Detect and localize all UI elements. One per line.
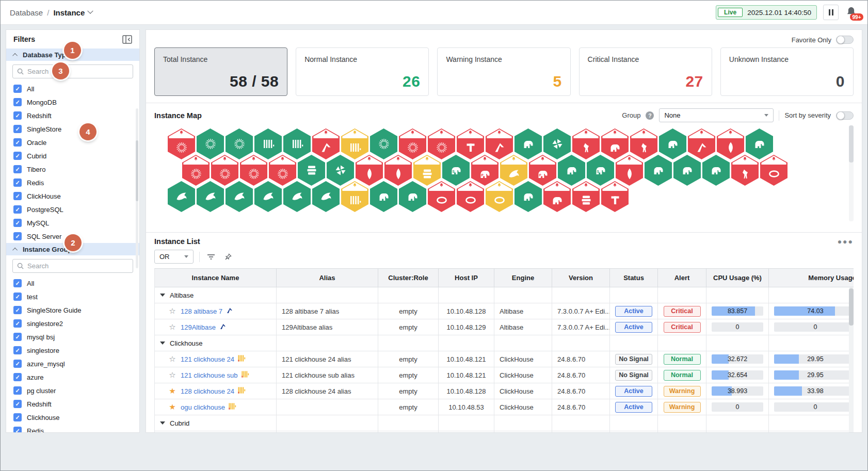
filter-item-postgresql[interactable]: ✓PostgreSQL bbox=[6, 203, 139, 216]
instance-hex-green[interactable] bbox=[370, 128, 397, 159]
checkbox-checked-icon[interactable]: ✓ bbox=[13, 232, 22, 240]
column-header-cluster-role[interactable]: Cluster:Role bbox=[378, 269, 439, 287]
instance-hex-green[interactable] bbox=[399, 181, 426, 212]
checkbox-checked-icon[interactable]: ✓ bbox=[13, 333, 22, 341]
instance-hex-green[interactable]: S bbox=[587, 155, 614, 186]
filter-item-mongodb[interactable]: ✓MongoDB bbox=[6, 95, 139, 109]
checkbox-checked-icon[interactable]: ✓ bbox=[13, 152, 22, 160]
instance-hex-green[interactable] bbox=[558, 155, 585, 186]
star-outline-icon[interactable]: ☆ bbox=[168, 322, 176, 332]
checkbox-checked-icon[interactable]: ✓ bbox=[13, 138, 22, 147]
instance-hex-red[interactable] bbox=[717, 128, 744, 159]
group-row-header[interactable]: Cubrid bbox=[155, 415, 277, 431]
table-row[interactable]: Cubrid bbox=[155, 415, 854, 431]
instance-hex-red[interactable] bbox=[428, 128, 455, 159]
checkbox-checked-icon[interactable]: ✓ bbox=[13, 205, 22, 214]
column-header-version[interactable]: Version bbox=[552, 269, 610, 287]
instance-hex-green[interactable] bbox=[197, 181, 224, 212]
breadcrumb-database[interactable]: Database bbox=[10, 8, 43, 17]
filter-item-redshift[interactable]: ✓Redshift bbox=[6, 109, 139, 122]
instance-hex-red[interactable] bbox=[572, 181, 600, 212]
checkbox-checked-icon[interactable]: ✓ bbox=[13, 111, 22, 120]
pin-icon[interactable] bbox=[222, 251, 234, 263]
filter-item-azure-mysql[interactable]: ✓azure_mysql bbox=[6, 357, 139, 370]
instance-hex-green[interactable]: S bbox=[442, 155, 470, 186]
stat-card-total-instance[interactable]: Total Instance58 / 58 bbox=[154, 47, 287, 96]
instance-hex-red[interactable] bbox=[601, 128, 629, 159]
instance-hex-red[interactable] bbox=[572, 128, 600, 159]
instance-hex-yellow[interactable] bbox=[341, 181, 368, 212]
instance-hex-red[interactable] bbox=[688, 128, 715, 159]
star-outline-icon[interactable]: ☆ bbox=[168, 354, 176, 364]
instance-hex-yellow[interactable] bbox=[500, 155, 527, 186]
instance-hex-red[interactable] bbox=[269, 155, 296, 186]
instance-hex-green[interactable] bbox=[673, 155, 701, 186]
filter-item-mysql[interactable]: ✓MySQL bbox=[6, 216, 139, 230]
instance-name-link[interactable]: ogu clickhouse bbox=[181, 403, 225, 411]
filter-item-clickhouse[interactable]: ✓ClickHouse bbox=[6, 189, 139, 203]
instance-name-link[interactable]: 128 clickhouse 24 bbox=[181, 387, 234, 395]
checkbox-checked-icon[interactable]: ✓ bbox=[13, 279, 22, 287]
checkbox-checked-icon[interactable]: ✓ bbox=[13, 373, 22, 381]
instance-hex-red[interactable] bbox=[731, 155, 759, 186]
filter-item-clickhouse[interactable]: ✓Clickhouse bbox=[6, 411, 139, 424]
instance-hex-green[interactable] bbox=[746, 128, 773, 159]
more-menu-icon[interactable]: ●●● bbox=[838, 237, 854, 246]
checkbox-checked-icon[interactable]: ✓ bbox=[13, 319, 22, 328]
instance-hex-green[interactable] bbox=[197, 128, 224, 159]
filter-item-test[interactable]: ✓test bbox=[6, 290, 139, 303]
search-input[interactable] bbox=[27, 262, 115, 270]
instance-hex-green[interactable] bbox=[702, 155, 730, 186]
stat-card-normal-instance[interactable]: Normal Instance26 bbox=[296, 47, 429, 96]
filter-item-tibero[interactable]: ✓Tibero bbox=[6, 163, 139, 176]
instance-hex-green[interactable] bbox=[659, 128, 686, 159]
instance-hex-green[interactable] bbox=[254, 181, 282, 212]
star-outline-icon[interactable]: ☆ bbox=[168, 370, 176, 380]
checkbox-checked-icon[interactable]: ✓ bbox=[13, 219, 22, 227]
table-row[interactable]: ☆121 clickhouse sub121 clickhouse sub al… bbox=[155, 367, 854, 383]
filter-item-pg-cluster[interactable]: ✓pg cluster bbox=[6, 384, 139, 397]
checkbox-checked-icon[interactable]: ✓ bbox=[13, 98, 22, 106]
instance-hex-red[interactable] bbox=[356, 155, 383, 186]
checkbox-checked-icon[interactable]: ✓ bbox=[13, 125, 22, 133]
instance-hex-green[interactable] bbox=[515, 181, 542, 212]
collapse-panel-icon[interactable] bbox=[122, 35, 132, 44]
instance-hex-red[interactable] bbox=[601, 181, 629, 212]
instance-hex-red[interactable] bbox=[486, 128, 513, 159]
breadcrumb-instance[interactable]: Instance bbox=[53, 8, 92, 17]
filter-item-singlestore-guide[interactable]: ✓SingleStore Guide bbox=[6, 303, 139, 317]
instance-hex-green[interactable] bbox=[327, 155, 354, 186]
checkbox-checked-icon[interactable]: ✓ bbox=[13, 178, 22, 187]
instance-name-link[interactable]: 121 clickhouse sub bbox=[181, 371, 238, 379]
operator-dropdown[interactable]: OR bbox=[154, 250, 194, 264]
instance-hex-red[interactable] bbox=[457, 128, 484, 159]
table-row[interactable]: ★ogu clickhouseempty10.10.48.53ClickHous… bbox=[155, 399, 854, 415]
instance-hex-red[interactable] bbox=[182, 155, 210, 186]
column-header-engine[interactable]: Engine bbox=[494, 269, 552, 287]
group-dropdown[interactable]: None bbox=[659, 108, 774, 122]
star-filled-icon[interactable]: ★ bbox=[168, 386, 176, 396]
star-filled-icon[interactable]: ★ bbox=[168, 402, 176, 412]
instance-hex-green[interactable] bbox=[254, 128, 282, 159]
table-row[interactable]: ☆128 altibase 7128 altibase 7 aliasempty… bbox=[155, 303, 854, 319]
map-scrollbar[interactable] bbox=[849, 125, 854, 221]
instance-hex-green[interactable] bbox=[515, 128, 542, 159]
filter-icon[interactable] bbox=[205, 251, 217, 263]
checkbox-checked-icon[interactable]: ✓ bbox=[13, 85, 22, 93]
notification-bell[interactable]: 99+ bbox=[845, 6, 858, 19]
column-header-status[interactable]: Status bbox=[610, 269, 658, 287]
checkbox-checked-icon[interactable]: ✓ bbox=[13, 293, 22, 301]
filter-item-all[interactable]: ✓All bbox=[6, 277, 139, 290]
column-header-alert[interactable]: Alert bbox=[658, 269, 706, 287]
pause-button[interactable] bbox=[823, 5, 839, 20]
filter-item-oracle[interactable]: ✓Oracle bbox=[6, 136, 139, 149]
instance-hex-red[interactable]: P bbox=[471, 155, 499, 186]
filter-item-azure[interactable]: ✓azure bbox=[6, 370, 139, 384]
instance-hex-green[interactable] bbox=[370, 181, 397, 212]
checkbox-checked-icon[interactable]: ✓ bbox=[13, 165, 22, 173]
instance-hex-yellow[interactable] bbox=[341, 128, 368, 159]
filter-item-mysql-bsj[interactable]: ✓mysql bsj bbox=[6, 330, 139, 344]
filter-item-singlestore[interactable]: ✓singlestore bbox=[6, 344, 139, 357]
checkbox-checked-icon[interactable]: ✓ bbox=[13, 386, 22, 395]
stat-card-unknown-instance[interactable]: Unknown Instance0 bbox=[720, 47, 854, 96]
